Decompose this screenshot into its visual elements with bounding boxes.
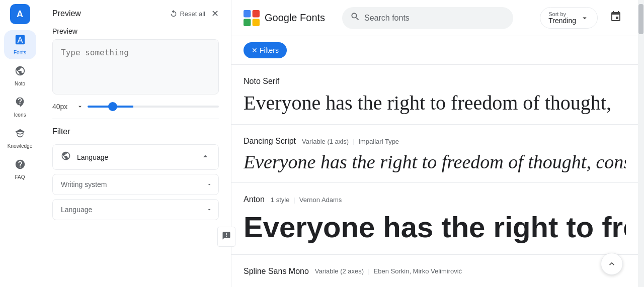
font-list: ✕ Filters Noto Serif Everyone has the ri… [231,36,638,287]
close-filter-button[interactable]: ✕ [211,8,219,19]
preview-title: Preview [52,9,81,18]
sort-button[interactable]: Sort by Trending [540,7,598,29]
fonts-icon [15,34,26,48]
language-select[interactable]: Language [52,199,219,220]
report-button[interactable] [231,227,235,247]
icons-icon [15,97,26,110]
font-meta-spline: Spline Sans Mono Variable (2 axes) | Ebe… [244,267,626,276]
font-entry-anton: Anton 1 style | Vernon Adams Everyone ha… [231,182,638,254]
logo-area: Google Fonts [244,10,334,26]
filters-chip-button[interactable]: ✕ Filters [244,42,287,58]
nav-item-knowledge[interactable]: Knowledge [4,124,36,153]
font-meta2-spline: Eben Sorkin, Mirko Velimirović [374,267,462,275]
chevron-up-icon [200,151,210,163]
sort-dropdown-icon [580,14,589,23]
language-filter-title: Language [77,153,108,161]
separator-1: | [353,138,354,145]
filters-bar: ✕ Filters [231,36,638,64]
knowledge-icon [15,128,26,141]
font-preview-anton: Everyone has the right to freedom of tho… [244,208,626,246]
sort-content: Sort by Trending [548,12,576,24]
font-meta2-anton: Vernon Adams [299,196,342,204]
app-logo[interactable]: A [10,4,30,24]
font-meta1-spline: Variable (2 axes) [315,267,364,275]
nav-fonts-label: Fonts [14,50,26,55]
sort-value-label: Trending [548,17,576,24]
nav-noto-label: Noto [15,81,25,86]
font-entry-spline-sans-mono: Spline Sans Mono Variable (2 axes) | Ebe… [231,254,638,287]
font-meta1-dancing-script: Variable (1 axis) [302,138,349,145]
font-entry-noto-serif: Noto Serif Everyone has the right to fre… [231,64,638,124]
scroll-to-top-button[interactable] [601,253,623,275]
size-slider[interactable] [88,106,219,108]
size-control: 40px [52,103,219,119]
font-meta-dancing-script: Dancing Script Variable (1 axis) | Impal… [244,137,626,146]
search-input[interactable] [364,14,505,23]
search-icon [350,12,360,24]
main-wrapper: ✕ Filters Noto Serif Everyone has the ri… [231,36,638,287]
font-meta-anton: Anton 1 style | Vernon Adams [244,195,626,204]
reset-all-button[interactable]: Reset all [170,10,205,18]
font-preview-dancing-script: Everyone has the right to freedom of tho… [244,150,626,174]
font-entry-dancing-script: Dancing Script Variable (1 axis) | Impal… [231,124,638,182]
app-title: Google Fonts [265,12,325,24]
filter-sidebar: Preview Reset all ✕ Preview 40px Filter … [40,0,231,287]
google-logo-icon [244,10,260,26]
language-filter-section: Language [52,144,219,170]
font-name-noto-serif: Noto Serif [244,77,279,86]
svg-rect-3 [253,19,260,26]
left-navigation: A Fonts Noto Icons Knowledge FAQ [0,0,40,287]
preview-textarea[interactable] [52,39,219,94]
font-meta2-dancing-script: Impallari Type [358,138,399,145]
language-header-left: Language [61,151,108,163]
preview-label: Preview [52,27,219,35]
filter-header: Preview Reset all ✕ [52,8,219,19]
size-dropdown-button[interactable] [76,103,84,110]
search-bar [342,7,513,29]
svg-rect-2 [244,19,251,26]
nav-faq-label: FAQ [15,174,25,180]
separator-3: | [368,267,369,275]
nav-item-fonts[interactable]: Fonts [4,30,36,59]
noto-icon [15,65,26,79]
language-filter-header[interactable]: Language [53,145,218,169]
nav-knowledge-label: Knowledge [8,143,32,149]
font-meta1-anton: 1 style [271,196,290,204]
filter-header-actions: Reset all ✕ [170,8,219,19]
font-name-spline: Spline Sans Mono [244,267,309,276]
separator-2: | [293,196,295,204]
svg-rect-1 [253,10,260,17]
language-globe-icon [61,151,71,163]
cart-button[interactable] [606,7,626,30]
topbar: Google Fonts Sort by Trending [231,0,638,36]
font-name-anton: Anton [244,195,265,204]
faq-icon [15,159,26,172]
nav-icons-label: Icons [14,112,26,118]
font-preview-noto-serif: Everyone has the right to freedom of tho… [244,90,626,116]
font-name-dancing-script: Dancing Script [244,137,296,146]
nav-item-noto[interactable]: Noto [4,61,36,90]
writing-system-select[interactable]: Writing system [52,174,219,195]
main-content: Google Fonts Sort by Trending ✕ Filter [231,0,638,287]
filter-section-title: Filter [52,127,219,136]
nav-item-icons[interactable]: Icons [4,92,36,122]
nav-item-faq[interactable]: FAQ [4,155,36,184]
size-value-label: 40px [52,103,72,111]
right-scrollbar[interactable] [638,0,644,287]
font-meta-noto-serif: Noto Serif [244,77,626,86]
svg-rect-0 [244,10,251,17]
